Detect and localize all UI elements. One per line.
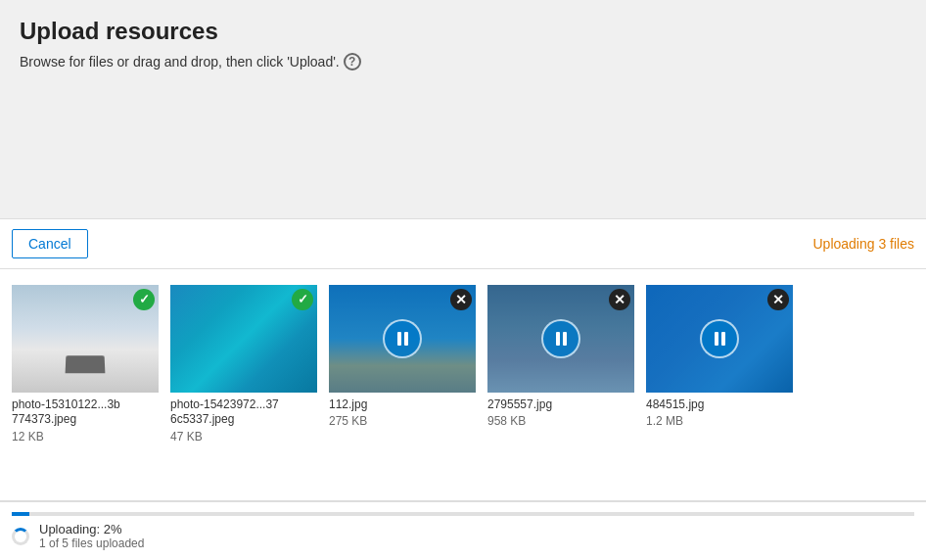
pause-button[interactable] bbox=[700, 319, 739, 358]
help-icon[interactable]: ? bbox=[344, 53, 361, 70]
file-name: 2795557.jpg bbox=[487, 397, 634, 413]
file-name: 484515.jpg bbox=[646, 397, 793, 413]
file-item: ✓photo-15423972...37 6c5337.jpeg47 KB bbox=[170, 285, 317, 486]
file-size: 47 KB bbox=[170, 430, 317, 443]
upload-info-row: Uploading: 2% 1 of 5 files uploaded bbox=[12, 522, 914, 550]
progress-bar-fill bbox=[12, 512, 29, 516]
bottom-bar: Uploading: 2% 1 of 5 files uploaded bbox=[0, 501, 926, 560]
page-title: Upload resources bbox=[20, 18, 906, 45]
file-name: photo-15423972...37 6c5337.jpeg bbox=[170, 397, 317, 428]
upload-progress-label: Uploading: 2% bbox=[39, 522, 144, 537]
status-remove-badge[interactable]: ✕ bbox=[609, 289, 630, 310]
status-remove-badge[interactable]: ✕ bbox=[450, 289, 472, 310]
file-name: 112.jpg bbox=[329, 397, 476, 413]
files-grid: ✓photo-15310122...3b 774373.jpeg12 KB✓ph… bbox=[0, 269, 926, 502]
file-thumbnail: ✕ bbox=[646, 285, 793, 393]
progress-bar-container bbox=[12, 512, 914, 516]
file-item: ✕484515.jpg1.2 MB bbox=[646, 285, 793, 486]
uploading-status: Uploading 3 files bbox=[812, 236, 914, 252]
toolbar: Cancel Uploading 3 files bbox=[0, 218, 926, 269]
pause-button[interactable] bbox=[541, 319, 580, 358]
file-name: photo-15310122...3b 774373.jpeg bbox=[12, 397, 159, 428]
subtitle-text: Browse for files or drag and drop, then … bbox=[20, 54, 340, 70]
pause-button[interactable] bbox=[383, 319, 422, 358]
pause-icon bbox=[397, 332, 408, 346]
file-item: ✓photo-15310122...3b 774373.jpeg12 KB bbox=[12, 285, 159, 486]
file-size: 1.2 MB bbox=[646, 414, 793, 428]
page-container: Upload resources Browse for files or dra… bbox=[0, 0, 926, 218]
file-item: ✕2795557.jpg958 KB bbox=[487, 285, 634, 486]
status-complete-badge[interactable]: ✓ bbox=[133, 289, 155, 310]
spinner-icon bbox=[12, 528, 29, 545]
file-thumbnail: ✕ bbox=[329, 285, 476, 393]
upload-text-group: Uploading: 2% 1 of 5 files uploaded bbox=[39, 522, 144, 550]
cancel-button[interactable]: Cancel bbox=[12, 229, 88, 258]
file-thumbnail: ✓ bbox=[12, 285, 159, 393]
file-item: ✕112.jpg275 KB bbox=[329, 285, 476, 486]
page-subtitle: Browse for files or drag and drop, then … bbox=[20, 53, 906, 70]
status-complete-badge[interactable]: ✓ bbox=[292, 289, 313, 310]
file-thumbnail: ✕ bbox=[487, 285, 634, 393]
file-size: 958 KB bbox=[487, 414, 634, 428]
pause-icon bbox=[556, 332, 567, 346]
file-thumbnail: ✓ bbox=[170, 285, 317, 393]
file-size: 12 KB bbox=[12, 430, 159, 443]
upload-sublabel: 1 of 5 files uploaded bbox=[39, 537, 144, 550]
status-remove-badge[interactable]: ✕ bbox=[767, 289, 789, 310]
file-size: 275 KB bbox=[329, 414, 476, 428]
pause-icon bbox=[715, 332, 725, 346]
